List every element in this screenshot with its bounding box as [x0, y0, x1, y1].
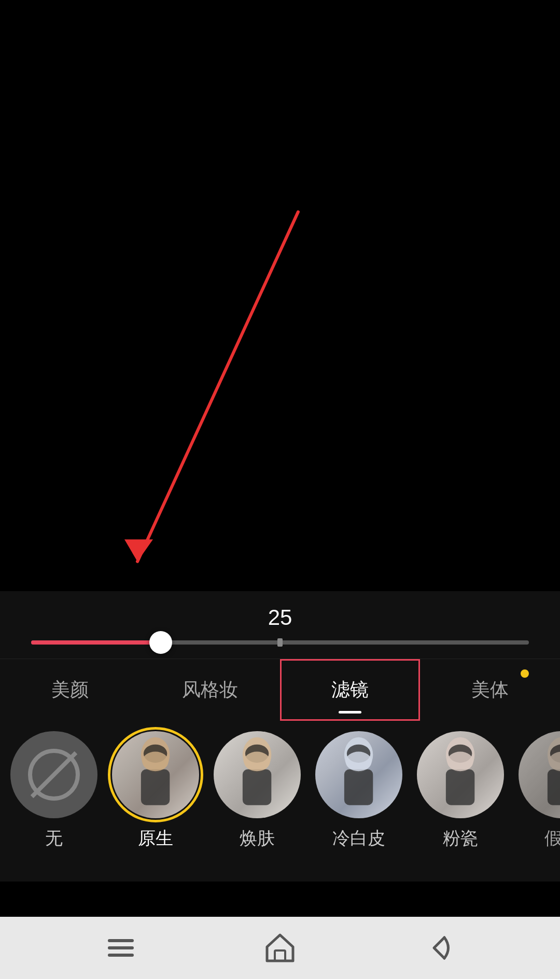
tab-filter-label: 滤镜: [331, 677, 369, 703]
svg-line-0: [137, 212, 298, 562]
svg-rect-4: [141, 770, 170, 805]
svg-point-5: [143, 752, 169, 772]
slider-midpoint: [277, 638, 283, 647]
nav-bar: [0, 917, 560, 979]
filter-fake-day-label: 假日: [544, 827, 560, 850]
filter-original-preview: [112, 731, 199, 818]
svg-rect-20: [548, 770, 560, 805]
svg-point-17: [447, 752, 473, 772]
tab-bar: 美颜 风格妆 滤镜 美体: [0, 659, 560, 721]
filter-glow[interactable]: 焕肤: [214, 731, 301, 850]
slider-value: 25: [268, 605, 292, 630]
filter-glow-label: 焕肤: [240, 827, 275, 850]
filter-original-thumb: [112, 731, 199, 818]
filter-porcelain-thumb: [417, 731, 504, 818]
svg-rect-26: [275, 950, 285, 961]
filter-cool-white-label: 冷白皮: [332, 827, 385, 850]
filter-none[interactable]: 无: [10, 731, 97, 850]
nav-home-button[interactable]: [264, 932, 296, 963]
tab-body-label: 美体: [471, 677, 509, 703]
tab-body-dot: [521, 669, 529, 678]
filter-none-thumb: [10, 731, 97, 818]
filter-original[interactable]: 原生: [112, 731, 199, 850]
filter-area: 无 原生: [0, 721, 560, 882]
filter-original-label: 原生: [138, 827, 173, 850]
tab-style-makeup-label: 风格妆: [182, 677, 238, 703]
tab-style-makeup[interactable]: 风格妆: [140, 659, 280, 721]
slider-track[interactable]: [31, 640, 529, 645]
filter-fake-day-thumb: [519, 731, 560, 818]
svg-rect-22: [108, 939, 134, 942]
svg-marker-1: [124, 539, 153, 562]
tab-beauty-label: 美颜: [51, 677, 89, 703]
filter-none-label: 无: [45, 827, 63, 850]
tab-filter[interactable]: 滤镜: [280, 659, 420, 721]
none-icon: [28, 749, 80, 801]
slider-thumb[interactable]: [149, 631, 172, 654]
annotation-arrow: [0, 0, 560, 591]
nav-back-button[interactable]: [424, 932, 455, 963]
filter-glow-thumb: [214, 731, 301, 818]
filter-porcelain-preview: [417, 731, 504, 818]
slider-track-filled: [31, 640, 161, 645]
tab-filter-indicator: [339, 711, 361, 714]
svg-rect-16: [446, 770, 474, 805]
menu-icon: [105, 935, 136, 961]
svg-point-9: [244, 752, 270, 772]
svg-rect-8: [243, 770, 271, 805]
filter-porcelain-label: 粉瓷: [443, 827, 478, 850]
filter-fake-day[interactable]: 假日: [519, 731, 560, 850]
svg-rect-23: [108, 946, 134, 949]
svg-rect-12: [344, 770, 373, 805]
camera-preview: [0, 0, 560, 591]
filter-fake-day-preview: [519, 731, 560, 818]
svg-rect-24: [108, 954, 134, 957]
svg-point-13: [346, 752, 372, 772]
filter-glow-preview: [214, 731, 301, 818]
home-icon: [264, 932, 296, 963]
tab-beauty[interactable]: 美颜: [0, 659, 140, 721]
filter-cool-white[interactable]: 冷白皮: [315, 731, 402, 850]
slider-area: 25: [0, 591, 560, 659]
back-icon: [424, 932, 455, 963]
filter-cool-white-preview: [315, 731, 402, 818]
svg-marker-25: [267, 935, 293, 961]
tab-body[interactable]: 美体: [420, 659, 560, 721]
nav-menu-button[interactable]: [105, 935, 136, 961]
filter-porcelain[interactable]: 粉瓷: [417, 731, 504, 850]
filter-cool-white-thumb: [315, 731, 402, 818]
